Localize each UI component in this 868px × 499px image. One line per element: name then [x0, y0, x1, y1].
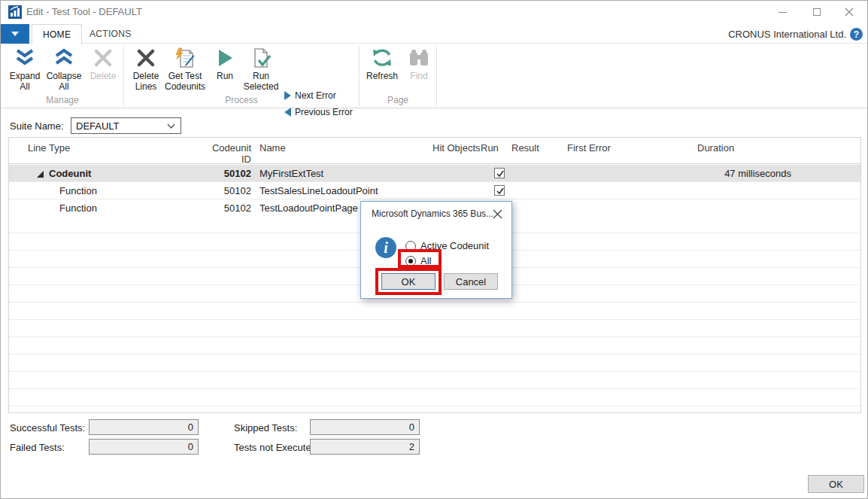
delete-button: Delete [83, 46, 123, 97]
suite-name-label: Suite Name: [10, 120, 64, 132]
find-icon [399, 46, 439, 70]
column-header-result[interactable]: Result [511, 142, 539, 154]
radio-icon [405, 241, 416, 251]
column-header-hit-objects[interactable]: Hit Objects [432, 142, 481, 154]
name-cell: TestSalesLineLoadoutPoint [259, 185, 378, 196]
delete-lines-button[interactable]: Delete Lines [126, 46, 165, 97]
radio-icon [405, 256, 416, 266]
skipped-tests-field: 0 [310, 419, 420, 435]
next-error-icon [284, 91, 291, 100]
run-button[interactable]: Run [205, 46, 244, 97]
duration-cell: 47 milliseconds [678, 168, 791, 179]
column-header-codeunit-id[interactable]: Codeunit ID [206, 142, 251, 165]
delete-icon [83, 46, 123, 70]
close-button[interactable] [832, 1, 866, 23]
refresh-button[interactable]: Refresh [363, 46, 402, 97]
line-type-cell: Codeunit [49, 168, 91, 179]
codeunit-id-cell: 50102 [176, 202, 251, 214]
tab-home[interactable]: HOME [32, 24, 82, 44]
failed-tests-label: Failed Tests: [10, 442, 65, 453]
delete-lines-icon [126, 46, 165, 70]
expand-all-button[interactable]: Expand All [5, 46, 44, 97]
info-icon: i [375, 237, 396, 258]
close-icon [845, 8, 854, 17]
successful-tests-label: Successful Tests: [10, 422, 85, 434]
check-icon [496, 187, 505, 196]
grid-header: Line Type Codeunit ID Name Hit Objects R… [9, 138, 860, 164]
name-cell: MyFirstExtTest [259, 168, 323, 179]
table-row[interactable]: Function 50102 TestSalesLineLoadoutPoint [9, 182, 860, 199]
column-header-first-error[interactable]: First Error [567, 142, 611, 154]
tests-not-executed-field: 2 [310, 439, 420, 455]
group-label-manage: Manage [31, 95, 94, 105]
line-type-cell: Function [59, 202, 97, 214]
expand-all-icon [5, 46, 44, 70]
ribbon-tab-strip: HOME ACTIONS CRONUS International Ltd. ? [1, 24, 867, 44]
window-title: Edit - Test Tool - DEFAULT [26, 6, 142, 17]
suite-name-dropdown[interactable]: DEFAULT [71, 117, 181, 134]
group-label-process: Process [204, 95, 279, 105]
get-test-codeunits-button[interactable]: Get Test Codeunits [163, 46, 207, 97]
run-checkbox[interactable] [494, 168, 505, 178]
previous-error-icon [284, 108, 291, 117]
run-icon [205, 46, 244, 70]
column-header-name[interactable]: Name [259, 142, 286, 154]
test-tool-window: Edit - Test Tool - DEFAULT HOME ACTIONS … [0, 0, 868, 499]
application-menu-button[interactable] [1, 24, 29, 44]
codeunit-id-cell: 50102 [176, 168, 251, 179]
confirmation-dialog: Microsoft Dynamics 365 Bus... i Active C… [360, 201, 512, 299]
ribbon: Expand All Collapse All Delete Manage [1, 44, 867, 108]
tab-actions[interactable]: ACTIONS [79, 24, 141, 44]
run-selected-button[interactable]: Run Selected [241, 46, 281, 97]
dialog-title: Microsoft Dynamics 365 Bus... [372, 208, 493, 219]
collapse-all-icon [44, 46, 83, 70]
column-header-duration[interactable]: Duration [697, 142, 734, 154]
dialog-cancel-button[interactable]: Cancel [444, 273, 498, 290]
previous-error-button[interactable]: Previous Error [284, 106, 353, 118]
run-checkbox[interactable] [494, 185, 505, 196]
successful-tests-field: 0 [89, 419, 199, 435]
tests-not-executed-label: Tests not Executed: [234, 442, 319, 453]
failed-tests-field: 0 [89, 439, 199, 455]
check-icon [496, 169, 505, 178]
title-bar: Edit - Test Tool - DEFAULT [1, 1, 867, 23]
run-selected-icon [241, 46, 281, 70]
name-cell: TestLoadoutPointPage [259, 202, 358, 214]
table-row[interactable]: Codeunit 50102 MyFirstExtTest 47 millise… [9, 165, 860, 182]
all-radio[interactable]: All [405, 255, 431, 266]
footer-ok-button[interactable]: OK [808, 475, 864, 493]
line-type-cell: Function [59, 185, 97, 196]
dialog-ok-button[interactable]: OK [381, 273, 436, 290]
app-icon [8, 5, 22, 19]
close-icon [493, 209, 502, 219]
company-name: CRONUS International Ltd. [728, 24, 846, 44]
refresh-icon [363, 46, 402, 70]
group-label-page: Page [368, 95, 428, 105]
active-codeunit-radio[interactable]: Active Codeunit [405, 240, 489, 251]
get-test-codeunits-icon [163, 46, 207, 70]
maximize-button[interactable] [800, 1, 833, 23]
dialog-close-button[interactable] [490, 207, 504, 221]
chevron-down-icon [167, 123, 175, 129]
collapse-all-button[interactable]: Collapse All [44, 46, 83, 97]
codeunit-id-cell: 50102 [176, 185, 251, 196]
expand-collapse-icon[interactable] [36, 170, 44, 178]
skipped-tests-label: Skipped Tests: [234, 422, 297, 434]
minimize-button[interactable] [766, 1, 800, 23]
column-header-run[interactable]: Run [481, 142, 499, 154]
next-error-button[interactable]: Next Error [284, 90, 336, 102]
column-header-line-type[interactable]: Line Type [28, 142, 70, 154]
chevron-down-icon [11, 32, 19, 36]
help-icon[interactable]: ? [850, 28, 863, 41]
find-button: Find [399, 46, 439, 97]
